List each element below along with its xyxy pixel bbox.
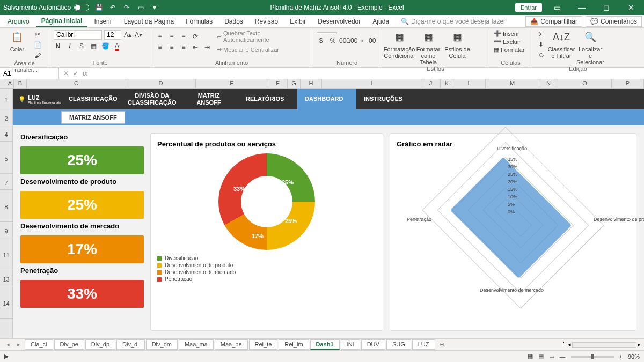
sheet-tab[interactable]: Rel_im	[279, 339, 309, 350]
col-header[interactable]: G	[288, 79, 301, 88]
undo-icon[interactable]: ↶	[108, 3, 117, 12]
row-header[interactable]: 2	[0, 109, 12, 125]
worksheet-content[interactable]: 💡 LUZPlanilhas Empresariais CLASSIFICAÇÃ…	[13, 89, 644, 338]
autosum-icon[interactable]: Σ	[537, 30, 545, 39]
col-header[interactable]: D	[126, 79, 196, 88]
menu-formulas[interactable]: Fórmulas	[180, 16, 218, 27]
sort-filter-button[interactable]: A↓ZClassificar e Filtrar	[548, 30, 574, 59]
underline-icon[interactable]: S	[77, 42, 86, 50]
sheet-tab[interactable]: Cla_cl	[25, 339, 53, 350]
dashnav-item[interactable]: RELATÓRIOS	[238, 89, 297, 109]
col-header[interactable]: F	[268, 79, 288, 88]
ribbon-options-icon[interactable]: ▭	[547, 3, 567, 12]
autosave-toggle[interactable]: Salvamento Automático	[3, 4, 89, 11]
cell-styles-button[interactable]: ▦Estilos de Célula	[444, 30, 470, 59]
sheet-tab[interactable]: Rel_te	[249, 339, 278, 350]
delete-cells-button[interactable]: ➖ Excluir	[494, 38, 528, 45]
col-header[interactable]: A	[6, 79, 14, 88]
col-header[interactable]: I	[322, 79, 421, 88]
tab-nav-prev-icon[interactable]: ▸	[14, 341, 24, 348]
sheet-tab[interactable]: Div_di	[116, 339, 145, 350]
row-header[interactable]: 14	[0, 286, 12, 319]
font-name-select[interactable]	[54, 30, 102, 40]
sheet-tab[interactable]: Div_dp	[85, 339, 115, 350]
col-header[interactable]: P	[612, 79, 644, 88]
name-box[interactable]: A1	[0, 68, 59, 79]
share-button[interactable]: 📤 Compartilhar	[525, 16, 582, 27]
menu-help[interactable]: Ajuda	[367, 16, 394, 27]
horizontal-scrollbar[interactable]	[572, 342, 636, 348]
tell-me-search[interactable]: 🔍 Diga-me o que você deseja fazer	[401, 18, 506, 25]
minimize-icon[interactable]: —	[572, 3, 591, 12]
hscroll-right-icon[interactable]: ▸	[638, 341, 641, 348]
orientation-icon[interactable]: ⟳	[191, 32, 200, 41]
col-header[interactable]: N	[539, 79, 558, 88]
conditional-formatting-button[interactable]: ▦Formatação Condicional	[386, 30, 412, 59]
dashnav-item[interactable]: MATRIZ ANSOFF	[179, 89, 238, 109]
increase-indent-icon[interactable]: ⇥	[203, 43, 211, 51]
row-header[interactable]: 11	[0, 238, 12, 270]
paste-button[interactable]: 📋Colar	[4, 30, 30, 53]
col-header[interactable]: O	[558, 79, 612, 88]
menu-data[interactable]: Dados	[219, 16, 248, 27]
merge-center-button[interactable]: ⬌ Mesclar e Centralizar	[217, 46, 308, 53]
dashnav-item[interactable]: CLASSIFICAÇÃO	[61, 89, 120, 109]
sheet-tab[interactable]: INI	[341, 339, 360, 350]
tab-split-icon[interactable]: ⋮	[561, 341, 567, 348]
menu-insert[interactable]: Inserir	[89, 16, 117, 27]
fill-color-icon[interactable]: 🪣	[101, 42, 109, 50]
align-right-icon[interactable]: ≡	[179, 43, 188, 51]
col-header[interactable]: B	[14, 79, 27, 88]
comments-button[interactable]: 💬 Comentários	[586, 16, 642, 27]
col-header[interactable]: E	[196, 79, 268, 88]
row-header[interactable]: 7	[0, 174, 12, 190]
sheet-tab[interactable]: Maa_ma	[179, 339, 214, 350]
increase-decimal-icon[interactable]: .00→	[352, 36, 361, 45]
fx-icon[interactable]: fx	[83, 70, 87, 77]
sheet-tab[interactable]: Div_pe	[54, 339, 84, 350]
tab-nav-first-icon[interactable]: ◂	[3, 341, 13, 348]
sheet-tab[interactable]: SUG	[386, 339, 411, 350]
enter-formula-icon[interactable]: ✓	[73, 70, 78, 77]
menu-file[interactable]: Arquivo	[2, 16, 35, 27]
format-cells-button[interactable]: ▦ Formatar	[494, 46, 528, 53]
fill-icon[interactable]: ⬇	[537, 40, 545, 49]
touch-icon[interactable]: ▭	[136, 3, 145, 12]
italic-icon[interactable]: I	[65, 42, 74, 50]
copy-icon[interactable]: 📄	[33, 41, 42, 49]
row-header[interactable]: 8	[0, 190, 12, 222]
close-icon[interactable]: ✕	[621, 3, 641, 12]
insert-cells-button[interactable]: ➕ Inserir	[494, 30, 528, 37]
sheet-tab[interactable]: Div_dm	[146, 339, 178, 350]
col-header[interactable]: C	[27, 79, 126, 88]
dashnav-item[interactable]: INSTRUÇÕES	[356, 89, 415, 109]
menu-home[interactable]: Página Inicial	[36, 16, 88, 27]
align-left-icon[interactable]: ≡	[156, 43, 164, 51]
signin-button[interactable]: Entrar	[515, 3, 542, 12]
currency-icon[interactable]: $	[317, 36, 325, 45]
menu-review[interactable]: Revisão	[250, 16, 283, 27]
row-header[interactable]: 4	[0, 125, 12, 142]
decrease-font-icon[interactable]: A▾	[134, 31, 143, 39]
row-header[interactable]: 9	[0, 222, 12, 238]
format-painter-icon[interactable]: 🖌	[33, 51, 42, 60]
col-header[interactable]: M	[486, 79, 539, 88]
cut-icon[interactable]: ✂	[33, 30, 42, 39]
col-header[interactable]: H	[301, 79, 322, 88]
view-pagebreak-icon[interactable]: ▭	[549, 353, 554, 360]
new-sheet-icon[interactable]: ⊕	[436, 341, 448, 348]
bold-icon[interactable]: N	[54, 42, 62, 50]
hscroll-left-icon[interactable]: ◂	[568, 341, 571, 348]
font-color-icon[interactable]: A	[113, 42, 121, 50]
qat-more-icon[interactable]: ▾	[150, 3, 159, 12]
find-select-button[interactable]: 🔍Localizar e Selecionar	[577, 30, 603, 65]
select-all-corner[interactable]	[0, 79, 6, 88]
decrease-indent-icon[interactable]: ⇤	[191, 43, 200, 51]
menu-developer[interactable]: Desenvolvedor	[312, 16, 366, 27]
dashnav-item[interactable]: DASHBOARD	[297, 89, 356, 109]
zoom-out-icon[interactable]: —	[560, 353, 566, 360]
col-header[interactable]: K	[441, 79, 453, 88]
menu-pagelayout[interactable]: Layout da Página	[119, 16, 179, 27]
col-header[interactable]: L	[453, 79, 486, 88]
format-table-button[interactable]: ▦Formatar como Tabela	[415, 30, 441, 65]
